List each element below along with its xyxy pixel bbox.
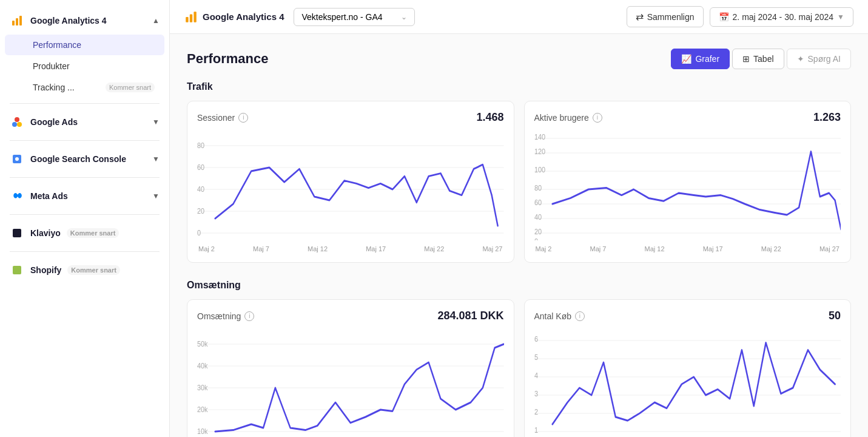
ai-label: Spørg AI (808, 54, 841, 64)
aktive-label: Aktive brugere (534, 113, 589, 123)
sessioner-header: Sessioner i 1.468 (197, 111, 504, 124)
svg-text:20k: 20k (197, 405, 208, 414)
tabel-button[interactable]: ⊞ Tabel (732, 49, 784, 69)
svg-text:20: 20 (197, 206, 204, 215)
date-picker-button[interactable]: 📅 2. maj 2024 - 30. maj 2024 ▼ (710, 7, 853, 27)
chevron-down-google-ads: ▼ (152, 118, 160, 126)
svg-text:40: 40 (534, 212, 542, 222)
topbar-logo: Google Analytics 4 (184, 10, 284, 24)
sidebar-section-klaviyo: Klaviyo Kommer snart (0, 217, 169, 249)
shopify-coming-soon: Kommer snart (67, 265, 120, 275)
omsaetning-value: 284.081 DKK (437, 310, 503, 322)
antal-header: Antal Køb i 50 (534, 310, 841, 322)
compare-icon: ⇄ (636, 11, 644, 22)
sidebar-header-google-ads[interactable]: Google Ads ▼ (0, 109, 169, 135)
klaviyo-coming-soon: Kommer snart (67, 228, 119, 238)
page-header: Performance 📈 Grafer ⊞ Tabel ✦ Spørg AI (187, 49, 851, 69)
antal-info-icon[interactable]: i (575, 311, 585, 321)
trafik-title: Trafik (187, 81, 851, 92)
svg-point-4 (17, 122, 22, 127)
topbar-actions: ⇄ Sammenlign 📅 2. maj 2024 - 30. maj 202… (627, 6, 853, 27)
omsaetning-title: Omsætning (187, 280, 851, 291)
svg-text:60: 60 (534, 198, 542, 207)
sidebar-header-meta[interactable]: Meta Ads ▼ (0, 183, 169, 209)
sidebar-header-ga4[interactable]: Google Analytics 4 ▲ (0, 7, 169, 34)
compare-button[interactable]: ⇄ Sammenlign (627, 6, 704, 27)
sidebar-section-meta: Meta Ads ▼ (0, 180, 169, 212)
antal-title-row: Antal Køb i (534, 311, 585, 321)
trafik-charts: Sessioner i 1.468 80 60 40 (187, 101, 851, 263)
sidebar-item-produkter[interactable]: Produkter (5, 56, 164, 76)
selector-chevron: ⌄ (401, 13, 407, 21)
svg-point-3 (12, 122, 17, 127)
svg-text:10k: 10k (197, 427, 208, 436)
grafer-button[interactable]: 📈 Grafer (671, 49, 730, 69)
sidebar-label-klaviyo: Klaviyo (30, 228, 61, 238)
sidebar-item-tracking[interactable]: Tracking ... Kommer snart (5, 77, 164, 98)
grafer-icon: 📈 (681, 54, 691, 64)
aktive-chart: 140 120 100 80 60 40 20 0 (534, 131, 841, 240)
sidebar-section-ga4: Google Analytics 4 ▲ Performance Produkt… (0, 5, 169, 101)
svg-rect-8 (13, 229, 21, 237)
topbar-app-name: Google Analytics 4 (203, 12, 284, 22)
sidebar-label-google-ads: Google Ads (30, 117, 78, 127)
svg-text:40: 40 (197, 185, 204, 194)
svg-text:120: 120 (534, 147, 545, 156)
sidebar-item-performance[interactable]: Performance (5, 35, 164, 55)
svg-text:5: 5 (534, 353, 538, 362)
sidebar-label-shopify: Shopify (30, 265, 61, 275)
compare-label: Sammenlign (647, 12, 695, 22)
svg-point-5 (15, 117, 19, 122)
sessioner-value: 1.468 (476, 111, 503, 124)
divider-4 (10, 214, 160, 215)
svg-text:50k: 50k (197, 339, 208, 348)
trafik-section: Trafik Sessioner i 1.468 (187, 81, 851, 263)
omsaetning-label: Omsætning (197, 311, 241, 321)
svg-rect-2 (19, 16, 22, 25)
ai-icon: ✦ (797, 54, 804, 64)
property-name: Vektekspert.no - GA4 (301, 12, 382, 22)
svg-text:0: 0 (197, 228, 201, 237)
sidebar-section-google-ads: Google Ads ▼ (0, 106, 169, 138)
tracking-coming-soon: Kommer snart (106, 83, 155, 92)
sidebar-header-gsc[interactable]: Google Search Console ▼ (0, 146, 169, 172)
topbar-ga-icon (184, 10, 198, 24)
sidebar-section-shopify: Shopify Kommer snart (0, 254, 169, 286)
divider-2 (10, 140, 160, 141)
divider-1 (10, 103, 160, 104)
aktive-x-labels: Maj 2 Maj 7 Maj 12 Maj 17 Maj 22 Maj 27 (534, 245, 841, 252)
omsaetning-chart: 50k 40k 30k 20k 10k (197, 330, 504, 437)
content-area: Performance 📈 Grafer ⊞ Tabel ✦ Spørg AI … (170, 34, 868, 437)
ai-button[interactable]: ✦ Spørg AI (787, 49, 851, 69)
chevron-down-meta: ▼ (152, 192, 160, 200)
sessioner-info-icon[interactable]: i (238, 113, 248, 123)
antal-kob-card: Antal Køb i 50 6 5 4 (524, 299, 852, 437)
divider-3 (10, 177, 160, 178)
property-selector[interactable]: Vektekspert.no - GA4 ⌄ (294, 8, 415, 26)
search-console-icon (10, 152, 24, 166)
sidebar-header-klaviyo[interactable]: Klaviyo Kommer snart (0, 220, 169, 246)
omsaetning-title-row: Omsætning i (197, 311, 254, 321)
view-toggle: 📈 Grafer ⊞ Tabel ✦ Spørg AI (671, 49, 851, 69)
svg-rect-9 (13, 266, 21, 274)
grafer-label: Grafer (695, 54, 719, 64)
omsaetning-card: Omsætning i 284.081 DKK 50k 40k 30k (187, 299, 514, 437)
svg-text:40k: 40k (197, 361, 208, 370)
svg-text:80: 80 (197, 141, 204, 150)
sessioner-label: Sessioner (197, 113, 235, 123)
sessioner-card: Sessioner i 1.468 80 60 40 (187, 101, 514, 263)
svg-text:3: 3 (534, 389, 538, 398)
sessioner-title-row: Sessioner i (197, 113, 248, 123)
svg-text:140: 140 (534, 132, 545, 141)
sidebar-section-gsc: Google Search Console ▼ (0, 143, 169, 175)
omsaetning-info-icon[interactable]: i (244, 311, 254, 321)
aktive-info-icon[interactable]: i (593, 113, 602, 123)
svg-text:20: 20 (534, 227, 542, 236)
sessioner-x-labels: Maj 2 Maj 7 Maj 12 Maj 17 Maj 22 Maj 27 (197, 245, 504, 252)
omsaetning-section: Omsætning Omsætning i 284.081 DKK (187, 280, 851, 437)
svg-text:0: 0 (534, 237, 538, 240)
sidebar-header-shopify[interactable]: Shopify Kommer snart (0, 257, 169, 283)
svg-text:30k: 30k (197, 383, 208, 392)
sidebar-label-gsc: Google Search Console (30, 154, 126, 164)
divider-5 (10, 251, 160, 252)
